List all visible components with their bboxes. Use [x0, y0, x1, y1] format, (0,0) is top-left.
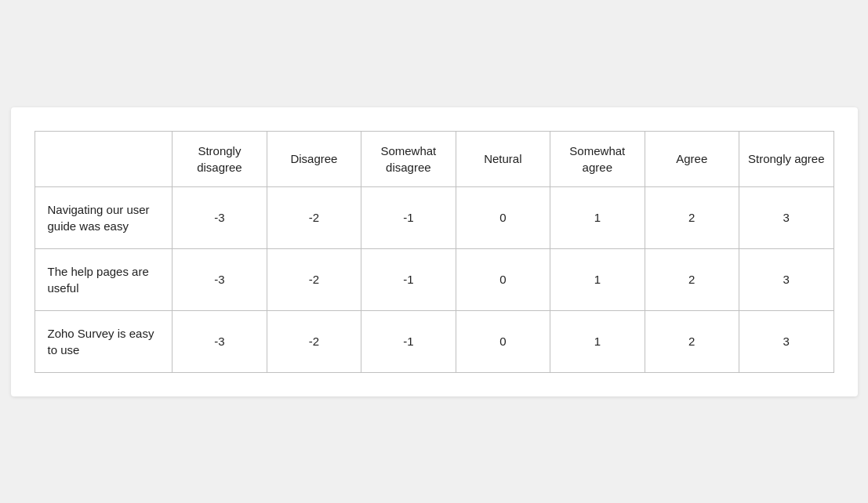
- cell-2-1: -2: [267, 310, 361, 372]
- col-header-disagree: Disagree: [267, 131, 361, 186]
- cell-0-3: 0: [456, 186, 550, 248]
- cell-1-4: 1: [550, 248, 645, 310]
- cell-2-5: 2: [645, 310, 739, 372]
- cell-0-4: 1: [550, 186, 645, 248]
- cell-2-3: 0: [456, 310, 550, 372]
- cell-0-6: 3: [739, 186, 834, 248]
- table-row: Navigating our user guide was easy -3 -2…: [35, 186, 833, 248]
- table-container: Strongly disagree Disagree Somewhat disa…: [11, 107, 858, 396]
- cell-0-0: -3: [173, 186, 267, 248]
- cell-0-5: 2: [645, 186, 739, 248]
- col-header-strongly-agree: Strongly agree: [739, 131, 834, 186]
- cell-1-5: 2: [645, 248, 739, 310]
- col-header-somewhat-disagree: Somewhat disagree: [361, 131, 456, 186]
- cell-0-1: -2: [267, 186, 361, 248]
- col-header-agree: Agree: [645, 131, 739, 186]
- cell-0-2: -1: [361, 186, 456, 248]
- survey-table: Strongly disagree Disagree Somewhat disa…: [35, 131, 834, 373]
- cell-1-6: 3: [739, 248, 834, 310]
- empty-header: [35, 131, 173, 186]
- row-label-0: Navigating our user guide was easy: [35, 186, 173, 248]
- cell-2-0: -3: [173, 310, 267, 372]
- header-row: Strongly disagree Disagree Somewhat disa…: [35, 131, 833, 186]
- table-row: Zoho Survey is easy to use -3 -2 -1 0 1 …: [35, 310, 833, 372]
- col-header-neutral: Netural: [456, 131, 550, 186]
- cell-1-3: 0: [456, 248, 550, 310]
- row-label-1: The help pages are useful: [35, 248, 173, 310]
- cell-1-1: -2: [267, 248, 361, 310]
- row-label-2: Zoho Survey is easy to use: [35, 310, 173, 372]
- col-header-strongly-disagree: Strongly disagree: [173, 131, 267, 186]
- cell-1-0: -3: [173, 248, 267, 310]
- col-header-somewhat-agree: Somewhat agree: [550, 131, 645, 186]
- cell-1-2: -1: [361, 248, 456, 310]
- cell-2-2: -1: [361, 310, 456, 372]
- table-row: The help pages are useful -3 -2 -1 0 1 2…: [35, 248, 833, 310]
- cell-2-6: 3: [739, 310, 834, 372]
- cell-2-4: 1: [550, 310, 645, 372]
